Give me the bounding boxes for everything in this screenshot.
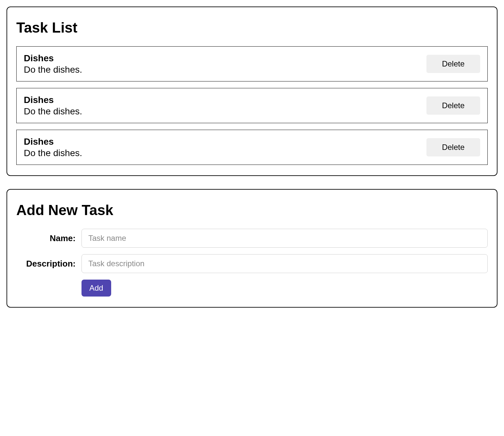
task-text: Dishes Do the dishes. [24,136,426,159]
delete-button[interactable]: Delete [426,96,480,115]
task-description: Do the dishes. [24,147,426,159]
task-list-panel: Task List Dishes Do the dishes. Delete D… [7,7,497,176]
task-item: Dishes Do the dishes. Delete [16,130,488,165]
name-label: Name: [16,233,82,243]
task-name: Dishes [24,52,426,64]
task-list-title: Task List [16,20,488,36]
task-name: Dishes [24,136,426,147]
task-text: Dishes Do the dishes. [24,52,426,75]
description-input[interactable] [82,254,488,273]
add-button[interactable]: Add [82,280,111,297]
button-row: . Add [16,280,488,297]
add-task-title: Add New Task [16,202,488,218]
task-description: Do the dishes. [24,106,426,117]
name-row: Name: [16,229,488,248]
task-description: Do the dishes. [24,64,426,75]
description-row: Description: [16,254,488,273]
task-item: Dishes Do the dishes. Delete [16,46,488,81]
add-task-panel: Add New Task Name: Description: . Add [7,189,497,308]
delete-button[interactable]: Delete [426,138,480,156]
task-item: Dishes Do the dishes. Delete [16,88,488,123]
description-label: Description: [16,259,82,269]
delete-button[interactable]: Delete [426,55,480,73]
task-name: Dishes [24,94,426,106]
name-input[interactable] [82,229,488,248]
task-text: Dishes Do the dishes. [24,94,426,117]
